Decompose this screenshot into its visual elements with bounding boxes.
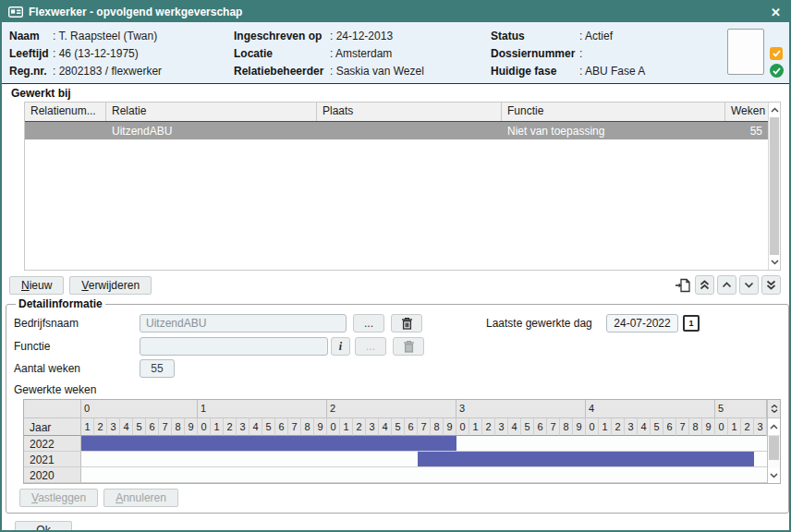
field-value: : 2802183 / flexwerker [53, 65, 162, 78]
grid-tens-label: 0 [81, 400, 198, 418]
grid-week-digit: 6 [663, 418, 676, 436]
document-arrow-icon[interactable] [673, 275, 692, 295]
grid-week-digit: 1 [599, 418, 612, 436]
vastleggen-button[interactable]: Vastleggen [19, 489, 98, 507]
nieuw-button[interactable]: Nieuw [9, 276, 64, 295]
grid-week-digit: 2 [94, 418, 107, 436]
grid-tens-label: 4 [586, 400, 715, 418]
worked-weeks-bar [81, 436, 456, 451]
grid-week-digit: 4 [379, 418, 392, 436]
calendar-icon[interactable]: 1 [683, 315, 700, 332]
bedrijfsnaam-lookup-button[interactable]: ... [353, 314, 384, 332]
table-scrollbar[interactable] [768, 103, 781, 270]
grid-spin-icon[interactable] [768, 400, 780, 418]
grid-week-track[interactable] [81, 436, 767, 452]
bedrijfsnaam-input[interactable] [140, 314, 347, 332]
field-value: : Saskia van Wezel [330, 65, 424, 78]
grid-week-digit: 7 [547, 418, 560, 436]
column-header-functie[interactable]: Functie [502, 103, 725, 121]
grid-jaar-header: Jaar [24, 418, 81, 436]
column-header-relatie[interactable]: Relatie [106, 103, 317, 121]
functie-label: Functie [14, 340, 140, 353]
grid-week-digit: 1 [469, 418, 482, 436]
column-header-weken[interactable]: Weken [725, 103, 768, 121]
grid-week-digit: 5 [521, 418, 534, 436]
table-row[interactable]: UitzendABU Niet van toepassing 55 [25, 122, 768, 139]
field-label: Leeftijd [9, 47, 53, 60]
functie-delete-icon[interactable] [393, 337, 424, 356]
field-label: Status [491, 30, 579, 42]
grid-scrollbar-thumb[interactable] [769, 436, 779, 460]
grid-week-digit: 2 [224, 418, 237, 436]
grid-week-digit: 9 [185, 418, 198, 436]
cell-relatie: UitzendABU [106, 125, 317, 138]
column-header-plaats[interactable]: Plaats [317, 103, 502, 121]
annuleren-button[interactable]: Annuleren [103, 489, 178, 507]
grid-week-digit: 4 [249, 418, 262, 436]
info-icon[interactable]: i [331, 337, 350, 356]
grid-week-digit: 6 [275, 418, 288, 436]
grid-week-digit: 1 [340, 418, 353, 436]
grid-week-digit: 3 [495, 418, 508, 436]
field-value: : Actief [579, 30, 613, 42]
grid-scroll-down-icon[interactable] [768, 468, 780, 483]
field-value: : T. Raapsteel (Twan) [53, 30, 157, 42]
aantal-weken-input[interactable] [140, 359, 175, 378]
grid-week-digit: 3 [754, 418, 767, 436]
scrollbar-thumb[interactable] [770, 117, 779, 255]
grid-scrollbar[interactable] [767, 400, 780, 483]
grid-week-digit: 7 [159, 418, 172, 436]
title-bar: Flexwerker - opvolgend werkgeverschap ✕ [2, 2, 789, 22]
verwijderen-button[interactable]: Verwijderen [69, 276, 152, 295]
grid-week-digit: 7 [288, 418, 301, 436]
gewerkte-weken-label: Gewerkte weken [14, 383, 140, 396]
grid-week-digit: 0 [198, 418, 211, 436]
field-value: : 24-12-2013 [330, 30, 393, 42]
grid-year-label: 2022 [24, 436, 81, 452]
grid-week-digit: 9 [702, 418, 715, 436]
close-icon[interactable]: ✕ [769, 6, 783, 18]
field-label: Dossiernummer [491, 47, 579, 60]
window-title: Flexwerker - opvolgend werkgeverschap [29, 6, 769, 18]
grid-week-digit: 2 [741, 418, 754, 436]
move-last-icon[interactable] [761, 275, 781, 295]
cell-weken: 55 [725, 125, 768, 138]
functie-lookup-button[interactable]: ... [355, 337, 386, 356]
move-down-icon[interactable] [739, 275, 759, 295]
functie-input[interactable] [140, 337, 328, 356]
grid-week-digit: 1 [211, 418, 224, 436]
field-value: : ABU Fase A [579, 65, 645, 78]
grid-week-track[interactable] [81, 452, 767, 467]
grid-week-digit: 9 [314, 418, 327, 436]
scroll-up-icon[interactable] [769, 103, 780, 117]
grid-scroll-up-icon[interactable] [768, 418, 780, 436]
photo-placeholder [727, 29, 764, 75]
grid-corner-cell [24, 400, 81, 418]
groupbox-title: Detailinformatie [16, 297, 105, 310]
status-ok-check-icon [770, 64, 784, 78]
grid-week-track[interactable] [81, 467, 767, 483]
grid-year-label: 2020 [24, 467, 81, 483]
grid-week-digit: 6 [534, 418, 547, 436]
grid-week-digit: 3 [625, 418, 638, 436]
ok-button[interactable]: Ok [15, 521, 72, 532]
grid-tens-header-row: 012345 [24, 400, 767, 418]
grid-week-digit: 5 [392, 418, 405, 436]
grid-digits-row: 1234567890123456789012345678901234567890… [81, 418, 767, 436]
grid-week-digit: 0 [456, 418, 469, 436]
scroll-down-icon[interactable] [769, 255, 780, 270]
cell-functie: Niet van toepassing [502, 125, 725, 138]
move-first-icon[interactable] [695, 275, 714, 295]
field-label: Locatie [234, 47, 330, 60]
column-header-relatienummer[interactable]: Relatienum... [25, 103, 106, 121]
bedrijfsnaam-delete-icon[interactable] [391, 314, 422, 332]
grid-week-digit: 9 [573, 418, 586, 436]
grid-week-digit: 9 [444, 418, 456, 436]
person-header: Naam: T. Raapsteel (Twan) Leeftijd: 46 (… [2, 22, 789, 84]
move-up-icon[interactable] [717, 275, 736, 295]
field-label: Ingeschreven op [234, 30, 330, 42]
laatste-gewerkte-dag-input[interactable] [606, 314, 678, 332]
grid-week-digit: 2 [612, 418, 625, 436]
detailinformatie-groupbox: Detailinformatie Bedrijfsnaam ... Laatst… [6, 297, 789, 514]
gewerkte-weken-grid: 012345 Jaar 1234567890123456789012345678… [23, 399, 781, 484]
